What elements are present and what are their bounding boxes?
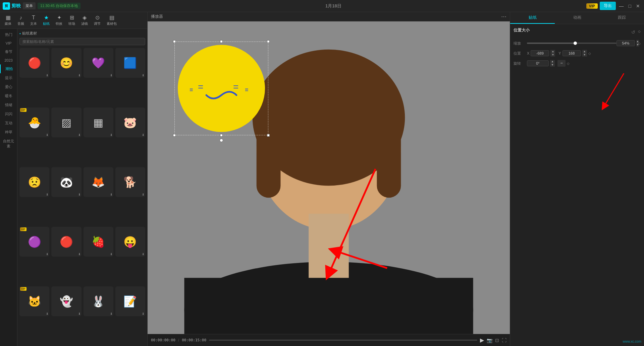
resize-handle-tr[interactable]: [267, 40, 270, 43]
progress-bar[interactable]: [209, 340, 477, 341]
video-area: = = ≡ ≡: [148, 21, 510, 334]
tab-tracking[interactable]: 跟踪: [599, 12, 644, 24]
reset-icon[interactable]: ↺: [631, 29, 635, 35]
cat-tips[interactable]: 提示: [0, 73, 17, 82]
rotation-row: 旋转 ▲ ▼ ⇔ ◇: [514, 60, 641, 67]
vip-badge[interactable]: VIP: [586, 3, 598, 9]
sticker-item[interactable]: 🟦 ⬇: [115, 48, 145, 78]
cat-variety[interactable]: 种草: [0, 128, 17, 137]
position-y-group: Y ▲ ▼: [558, 50, 587, 57]
sticker-item[interactable]: ▨ ⬇: [51, 108, 81, 137]
rotate-handle[interactable]: [220, 139, 223, 142]
total-time: 00:00:15:00: [182, 338, 206, 342]
cat-vip[interactable]: VIP: [0, 39, 17, 47]
toolbar: ▦ 媒体 ♪ 音频 T 文本 ★ 贴纸 ✦ 特效 ⊞ 转场: [0, 12, 147, 29]
sticker-item[interactable]: 😊 ⬇: [51, 48, 81, 78]
sticker-item[interactable]: 🍓 ⬇: [84, 227, 113, 257]
zoom-input[interactable]: [616, 40, 635, 46]
tool-sticker[interactable]: ★ 贴纸: [40, 13, 52, 27]
tool-effects[interactable]: ✦ 特效: [53, 13, 65, 27]
resize-handle-tm[interactable]: [220, 40, 223, 43]
fit-icon[interactable]: ⊡: [495, 338, 499, 343]
current-time: 00:00:00:00: [151, 338, 175, 342]
play-button[interactable]: ▶: [480, 337, 484, 343]
sticker-icon: ★: [44, 14, 49, 21]
resize-handle-bl[interactable]: [173, 134, 176, 137]
player-title: 播放器: [151, 14, 163, 19]
position-y-input[interactable]: [562, 50, 581, 56]
sticker-item[interactable]: 📝 ⬇: [115, 286, 145, 316]
flip-button[interactable]: ⇔: [557, 60, 566, 67]
rotation-keyframe[interactable]: ◇: [567, 62, 570, 65]
sticker-item[interactable]: 🔴 ⬇: [19, 48, 49, 78]
sticker-item-vip[interactable]: VIP 🐣 ⬇: [19, 108, 49, 137]
video-background: = = ≡ ≡: [148, 21, 510, 334]
tool-adjust[interactable]: ⊙ 调节: [91, 13, 103, 27]
fullscreen-icon[interactable]: ⛶: [502, 338, 506, 343]
sticker-item[interactable]: 🐰 ⬇: [84, 286, 113, 316]
sticker-panel: 热门 VIP 春节 2023 潮拍 提示 爱心 暖冬 情绪 闪闪 互动 种草 自…: [0, 29, 147, 346]
position-xy-group: X ▲ ▼: [527, 50, 555, 57]
menu-button[interactable]: 菜单: [23, 2, 36, 9]
y-down[interactable]: ▼: [582, 53, 587, 57]
resize-handle-tl[interactable]: [173, 40, 176, 43]
position-keyframe[interactable]: ◇: [588, 52, 591, 55]
cat-nature[interactable]: 自然元素: [0, 137, 17, 151]
sticker-search-input[interactable]: [19, 38, 145, 45]
tool-media[interactable]: ▦ 媒体: [2, 13, 14, 27]
zoom-keyframe[interactable]: ◇: [638, 42, 641, 45]
svg-text:≡: ≡: [190, 86, 193, 93]
rotation-input[interactable]: [527, 60, 549, 66]
tool-audio[interactable]: ♪ 音频: [15, 13, 27, 27]
cat-spring[interactable]: 春节: [0, 47, 17, 56]
y-up[interactable]: ▲: [582, 50, 587, 53]
cat-trending[interactable]: 潮拍: [0, 64, 17, 73]
rotation-down[interactable]: ▼: [550, 63, 555, 67]
position-x-input[interactable]: [531, 50, 549, 56]
tool-filters[interactable]: ◈ 滤镜: [78, 13, 91, 27]
sticker-item[interactable]: 🦊 ⬇: [84, 167, 113, 197]
sticker-item[interactable]: ▦ ⬇: [84, 108, 113, 137]
close-button[interactable]: ✕: [635, 3, 641, 9]
sticker-item[interactable]: 🐕 ⬇: [115, 167, 145, 197]
svg-rect-8: [309, 214, 349, 278]
export-button[interactable]: 导出: [600, 2, 616, 10]
cat-hot[interactable]: 热门: [0, 30, 17, 39]
sticker-item[interactable]: 👻 ⬇: [51, 286, 81, 316]
sticker-item[interactable]: 😟 ⬇: [19, 167, 49, 197]
rotation-up[interactable]: ▲: [550, 60, 555, 63]
keyframe-icon[interactable]: ◇: [638, 29, 641, 35]
cat-interact[interactable]: 互动: [0, 119, 17, 128]
cat-mood[interactable]: 情绪: [0, 100, 17, 110]
y-label: Y: [558, 51, 561, 55]
sticker-item[interactable]: 🔴 ⬇: [51, 227, 81, 257]
sticker-item[interactable]: 🐷 ⬇: [115, 108, 145, 137]
materials-icon: ▤: [109, 14, 114, 21]
sticker-item-vip[interactable]: VIP 🟣 ⬇: [19, 227, 49, 257]
tool-transitions[interactable]: ⊞ 转场: [66, 13, 78, 27]
resize-handle-br[interactable]: [267, 134, 270, 137]
sticker-item[interactable]: 💜 ⬇: [84, 48, 113, 78]
cat-flash[interactable]: 闪闪: [0, 110, 17, 119]
resize-handle-bm[interactable]: [220, 134, 223, 137]
tab-sticker[interactable]: 贴纸: [510, 12, 555, 24]
zoom-slider[interactable]: [527, 43, 616, 44]
sticker-item[interactable]: 😛 ⬇: [115, 227, 145, 257]
sticker-element[interactable]: = = ≡ ≡: [174, 42, 268, 135]
tool-materials[interactable]: ▤ 素材包: [104, 13, 119, 27]
tab-animation[interactable]: 动画: [555, 12, 599, 24]
sticker-item[interactable]: 🐼 ⬇: [51, 167, 81, 197]
cat-winter[interactable]: 暖冬: [0, 91, 17, 100]
tool-text[interactable]: T 文本: [28, 13, 40, 27]
x-up[interactable]: ▲: [550, 50, 555, 53]
sticker-item-vip[interactable]: VIP 🐱 ⬇: [19, 286, 49, 316]
cat-love[interactable]: 爱心: [0, 82, 17, 91]
cat-2023[interactable]: 2023: [0, 56, 17, 64]
maximize-button[interactable]: □: [627, 3, 633, 9]
minimize-button[interactable]: —: [618, 3, 625, 9]
zoom-slider-thumb[interactable]: [574, 42, 577, 45]
player-menu-icon[interactable]: ⋯: [501, 13, 506, 20]
x-down[interactable]: ▼: [550, 53, 555, 57]
snapshot-icon[interactable]: 📷: [487, 338, 492, 343]
autosave-indicator: 11:30:45 自动保存本地: [38, 3, 80, 9]
